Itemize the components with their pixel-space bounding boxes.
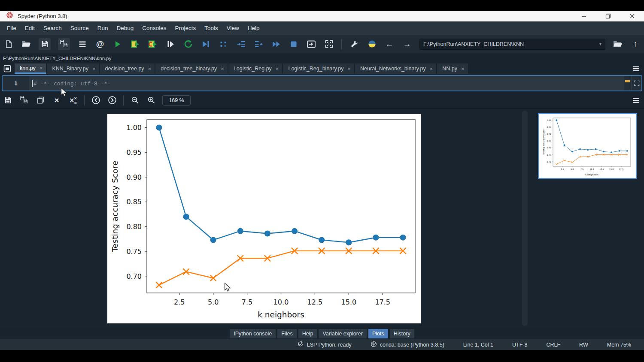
tab-options-icon[interactable]	[632, 64, 641, 75]
run-selection-icon[interactable]	[165, 39, 176, 49]
lsp-status[interactable]: LSP Python: ready	[297, 341, 352, 349]
tab-close-icon[interactable]: ×	[148, 66, 152, 72]
save-plot-icon[interactable]	[3, 95, 13, 106]
step-into-icon[interactable]	[236, 39, 246, 49]
save-all-icon[interactable]	[58, 38, 70, 50]
zoom-out-icon[interactable]	[130, 95, 140, 106]
menu-item-search[interactable]: Search	[39, 23, 66, 33]
pane-tab-history[interactable]: History	[390, 329, 414, 338]
stop-debug-icon[interactable]	[289, 39, 299, 49]
menu-item-projects[interactable]: Projects	[171, 23, 200, 33]
parent-directory-icon[interactable]: ↑	[630, 39, 641, 49]
plot-thumbnail-selected[interactable]: 2.55.07.510.012.515.017.50.700.750.800.8…	[538, 113, 637, 179]
conda-status[interactable]: conda: base (Python 3.8.5)	[371, 341, 444, 349]
minimize-button[interactable]	[572, 11, 596, 21]
menu-item-debug[interactable]: Debug	[112, 23, 138, 33]
restore-button[interactable]	[596, 11, 620, 21]
editor-tab-logistic_reg_binary-py[interactable]: Logistic_Reg_binary.py×	[283, 63, 354, 74]
pane-tab-files[interactable]: Files	[277, 329, 296, 338]
zoom-in-icon[interactable]	[146, 95, 156, 106]
rerun-cell-icon[interactable]	[183, 39, 193, 49]
svg-text:×: ×	[74, 101, 77, 105]
memory-status[interactable]: Mem 75%	[607, 342, 631, 348]
menu-item-source[interactable]: Source	[66, 23, 93, 33]
spyder-window: Spyder (Python 3.8) FileEditSearchSource…	[0, 0, 644, 362]
pane-tab-plots[interactable]: Plots	[368, 329, 388, 338]
save-icon[interactable]	[39, 38, 51, 50]
editor-tab-knn_binary-py[interactable]: KNN_Binary.py×	[47, 63, 99, 74]
toolbar-separator	[84, 95, 85, 106]
pythonpath-icon[interactable]	[367, 39, 377, 49]
svg-text:2.5: 2.5	[561, 168, 564, 170]
browse-tabs-icon[interactable]	[2, 64, 13, 73]
run-file-icon[interactable]	[112, 39, 123, 49]
editor-current-line[interactable]: # -*- coding: utf-8 -*-	[29, 76, 624, 90]
preferences-icon[interactable]	[349, 39, 359, 49]
pane-tab-help[interactable]: Help	[298, 329, 317, 338]
editor-tab-decision_tree-py[interactable]: decision_tree.py×	[100, 63, 155, 74]
editor-tab-decision_tree_binary-py[interactable]: decision_tree_binary.py×	[155, 63, 228, 74]
svg-text:0.70: 0.70	[547, 161, 551, 163]
editor-focused-box[interactable]: 1 # -*- coding: utf-8 -*-	[2, 75, 642, 91]
svg-text:0.80: 0.80	[547, 147, 551, 149]
menu-item-run[interactable]: Run	[93, 23, 112, 33]
svg-text:0.90: 0.90	[126, 173, 142, 181]
working-directory-combobox[interactable]: F:\PythonRun\ANXIETY_CHILDREN\KNN▾	[419, 39, 605, 50]
readwrite-status[interactable]: RW	[579, 342, 588, 348]
run-cell-icon[interactable]	[130, 39, 140, 49]
continue-execution-icon[interactable]	[271, 39, 281, 49]
conda-icon	[371, 341, 377, 349]
encoding[interactable]: UTF-8	[512, 342, 527, 348]
tab-close-icon[interactable]: ×	[39, 65, 43, 71]
editor-split-icon[interactable]	[631, 76, 641, 90]
debug-cell-icon[interactable]	[218, 39, 228, 49]
editor-tab-logistic_reg-py[interactable]: Logistic_Reg.py×	[228, 63, 283, 74]
menu-item-help[interactable]: Help	[243, 23, 264, 33]
new-file-icon[interactable]	[3, 39, 14, 49]
symbol-finder-icon[interactable]: @	[95, 39, 105, 49]
maximize-pane-icon[interactable]	[306, 39, 316, 49]
close-button[interactable]	[620, 11, 644, 21]
browse-directory-icon[interactable]	[613, 39, 623, 49]
next-plot-icon[interactable]	[107, 95, 117, 106]
tab-close-icon[interactable]: ×	[347, 66, 351, 72]
tab-close-icon[interactable]: ×	[92, 66, 96, 72]
svg-text:Testing accuracy Score: Testing accuracy Score	[110, 161, 119, 252]
svg-text:17.5: 17.5	[619, 168, 623, 170]
eol-status-label: CRLF	[546, 342, 560, 348]
forward-icon[interactable]: →	[402, 39, 412, 49]
file-switcher-icon[interactable]	[77, 39, 88, 49]
pane-tab-ipython-console[interactable]: IPython console	[230, 329, 276, 338]
fullscreen-icon[interactable]	[324, 39, 334, 49]
tab-close-icon[interactable]: ×	[461, 66, 465, 72]
close-all-plots-icon[interactable]: ×××	[68, 95, 78, 106]
step-return-icon[interactable]	[253, 39, 264, 49]
debug-file-icon[interactable]	[200, 39, 211, 49]
tab-close-icon[interactable]: ×	[221, 66, 224, 72]
plots-zoom-level[interactable]: 169 %	[162, 95, 191, 106]
menu-item-edit[interactable]: Edit	[21, 23, 39, 33]
menu-item-consoles[interactable]: Consoles	[138, 23, 170, 33]
plots-options-icon[interactable]	[632, 96, 641, 106]
editor-tab-knn-py[interactable]: knn.py×	[15, 63, 46, 74]
run-cell-advance-icon[interactable]	[148, 39, 158, 49]
save-all-plots-icon[interactable]	[19, 95, 29, 106]
back-icon[interactable]: ←	[384, 39, 395, 49]
copy-plot-icon[interactable]	[35, 95, 46, 106]
tab-close-icon[interactable]: ×	[430, 66, 433, 72]
tab-label: Neural_Networks_binary.py	[360, 66, 426, 72]
previous-plot-icon[interactable]	[91, 95, 101, 106]
svg-text:12.5: 12.5	[599, 168, 604, 170]
plots-scrollbar[interactable]	[522, 111, 528, 326]
tab-close-icon[interactable]: ×	[276, 66, 279, 72]
menu-item-view[interactable]: View	[222, 23, 243, 33]
open-file-icon[interactable]	[21, 39, 31, 49]
pane-tab-variable-explorer[interactable]: Variable explorer	[319, 329, 367, 338]
editor-tab-neural_networks_binary-py[interactable]: Neural_Networks_binary.py×	[355, 63, 436, 74]
combobox-caret-icon[interactable]: ▾	[599, 42, 601, 46]
eol-status[interactable]: CRLF	[546, 342, 560, 348]
menu-item-tools[interactable]: Tools	[200, 23, 222, 33]
editor-tab-nn-py[interactable]: NN.py×	[437, 63, 468, 74]
menu-item-file[interactable]: File	[3, 23, 21, 33]
cursor-position[interactable]: Line 1, Col 1	[463, 342, 493, 348]
